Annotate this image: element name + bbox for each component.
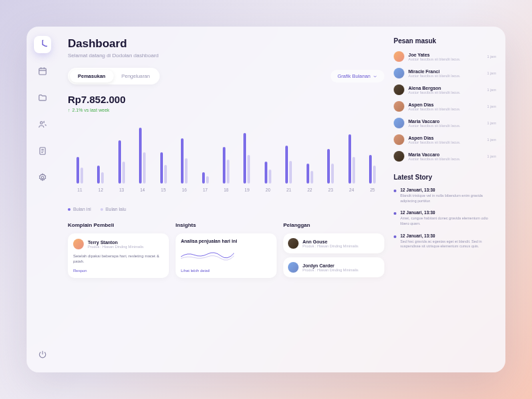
nav-settings[interactable] — [34, 169, 51, 186]
bar-previous — [143, 152, 146, 184]
customer-item[interactable]: Ann GouseProduk : Hiasan Dinding Minimal… — [283, 233, 384, 253]
nav-logout[interactable] — [34, 346, 51, 363]
bar-previous — [101, 172, 104, 184]
calendar-icon — [38, 66, 47, 76]
customer-name: Ann Gouse — [303, 239, 358, 244]
chart-period-dropdown[interactable]: Grafik Bulanan — [331, 70, 384, 82]
tab-expense[interactable]: Pengeluaran — [114, 70, 158, 82]
avatar — [288, 238, 299, 249]
message-name: Alena Bergson — [408, 86, 483, 90]
customers-card: Pelanggan Ann GouseProduk : Hiasan Dindi… — [283, 222, 384, 281]
person-sub: Produk : Hiasan Dinding Minimalis — [88, 245, 144, 249]
inbox-message[interactable]: Alena BergsonAuctor faucibus sit blandit… — [394, 84, 496, 95]
page-subtitle: Selamat datang di Dodolan dashboard — [68, 53, 384, 59]
story-date: 12 Januari, 13:30 — [400, 188, 496, 192]
bar-current — [139, 128, 142, 184]
detail-link[interactable]: Lihat lebih detail — [181, 269, 271, 273]
inbox-message[interactable]: Maria VaccaroAuctor faucibus sit blandit… — [394, 118, 496, 128]
bar-current — [76, 157, 79, 184]
bar-current — [243, 133, 246, 184]
bar-current — [348, 134, 351, 184]
bar-previous — [331, 164, 334, 184]
story-item[interactable]: 12 Januari, 13:30Blandit tristique vel i… — [394, 188, 496, 203]
nav-folder[interactable] — [34, 89, 51, 106]
svg-point-3 — [41, 176, 44, 179]
complaint-text: Setelah dipakai beberapa hari, resleting… — [73, 253, 164, 265]
story-text: Amet, congue habitant donec gravida elem… — [400, 216, 496, 226]
nav-calendar[interactable] — [34, 63, 51, 80]
x-label: 23 — [321, 188, 340, 192]
power-icon — [38, 350, 47, 359]
app-window: Dashboard Selamat datang di Dodolan dash… — [27, 27, 505, 372]
x-label: 22 — [301, 188, 319, 192]
complaints-card: Komplain Pembeli Terry Stanton Produk : … — [68, 222, 169, 281]
message-sub: Auctor faucibus sit blandit lacus. — [408, 157, 483, 161]
bar-current — [97, 166, 100, 184]
chart-pie-icon — [38, 40, 47, 49]
bar-current — [285, 146, 288, 184]
card-title: Insights — [176, 222, 277, 228]
bar-current — [160, 152, 163, 184]
bar-group — [154, 152, 173, 184]
x-label: 24 — [342, 188, 361, 192]
bottom-cards: Komplain Pembeli Terry Stanton Produk : … — [68, 222, 384, 281]
sparkline-chart — [181, 249, 234, 262]
bar-current — [307, 164, 309, 184]
tab-income[interactable]: Pemasukan — [70, 70, 114, 82]
nav-notes[interactable] — [34, 142, 51, 160]
bar-group — [112, 140, 131, 184]
x-label: 14 — [133, 188, 152, 192]
message-sub: Auctor faucibus sit blandit lacus. — [408, 57, 483, 61]
inbox-title: Pesan masuk — [394, 37, 496, 45]
story-text: Sed hac gravida ac egestas eget et bland… — [400, 239, 496, 249]
avatar — [394, 84, 404, 95]
message-time: 1 jam — [487, 55, 496, 59]
bar-group — [70, 157, 89, 184]
bar-previous — [185, 158, 188, 184]
insights-card: Insights Analisa penjualan hari ini Liha… — [176, 222, 277, 281]
avatar — [394, 134, 404, 145]
trend-indicator: ↑ 2.1% vs last week — [68, 108, 384, 112]
x-label: 21 — [279, 188, 298, 192]
bar-current — [181, 138, 184, 184]
avatar — [394, 118, 404, 128]
customer-item[interactable]: Jordyn CarderProduk : Hiasan Dinding Min… — [283, 257, 384, 277]
inbox-message[interactable]: Aspen DiasAuctor faucibus sit blandit la… — [394, 134, 496, 145]
svg-point-1 — [41, 122, 43, 124]
message-name: Maria Vaccaro — [408, 119, 483, 124]
legend-previous: Bulan lalu — [100, 207, 126, 211]
inbox-message[interactable]: Aspen DiasAuctor faucibus sit blandit la… — [394, 101, 496, 112]
message-time: 1 jam — [487, 104, 496, 108]
bar-group — [259, 162, 277, 184]
customer-sub: Produk : Hiasan Dinding Minimalis — [303, 244, 358, 248]
inbox-message[interactable]: Joe YatesAuctor faucibus sit blandit lac… — [394, 51, 496, 62]
inbox-message[interactable]: Miracle FranciAuctor faucibus sit blandi… — [394, 68, 496, 78]
controls-row: Pemasukan Pengeluaran Grafik Bulanan — [68, 68, 384, 84]
message-sub: Auctor faucibus sit blandit lacus. — [408, 107, 483, 111]
story-item[interactable]: 12 Januari, 13:30Sed hac gravida ac eges… — [394, 233, 496, 249]
bar-previous — [206, 176, 209, 184]
page-title: Dashboard — [68, 37, 384, 51]
bar-group — [321, 149, 340, 184]
inbox-message[interactable]: Maria VaccaroAuctor faucibus sit blandit… — [394, 151, 496, 162]
x-label: 25 — [363, 188, 382, 192]
legend-current: Bulan ini — [68, 207, 91, 211]
right-panel: Pesan masuk Joe YatesAuctor faucibus sit… — [394, 27, 505, 372]
x-label: 19 — [238, 188, 257, 192]
legend-dot-icon — [68, 208, 70, 211]
message-sub: Auctor faucibus sit blandit lacus. — [408, 124, 483, 128]
bar-previous — [373, 166, 376, 184]
gear-icon — [38, 173, 47, 182]
message-sub: Auctor faucibus sit blandit lacus. — [408, 140, 483, 144]
bar-previous — [227, 160, 229, 184]
nav-users[interactable] — [34, 116, 51, 133]
story-item[interactable]: 12 Januari, 13:30Amet, congue habitant d… — [394, 210, 496, 226]
respond-link[interactable]: Respon — [73, 269, 164, 273]
message-sub: Auctor faucibus sit blandit lacus. — [408, 74, 483, 78]
x-label: 12 — [91, 188, 110, 192]
message-time: 1 jam — [487, 88, 496, 92]
story-date: 12 Januari, 13:30 — [400, 233, 496, 238]
nav-dashboard[interactable] — [34, 36, 51, 53]
bar-group — [342, 134, 361, 184]
avatar — [73, 239, 84, 249]
